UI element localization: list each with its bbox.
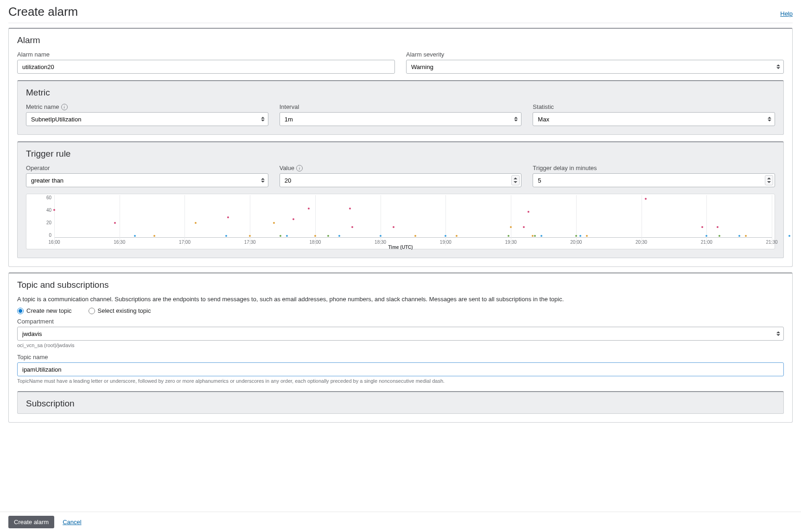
topic-panel: Topic and subscriptions A topic is a com…: [8, 272, 793, 423]
chart-data-point: [575, 235, 577, 237]
chart-data-point: [292, 218, 294, 220]
chart-x-tick: 20:30: [636, 240, 647, 245]
interval-label: Interval: [280, 103, 522, 110]
info-icon[interactable]: i: [296, 165, 303, 171]
chart-y-tick: 40: [26, 208, 51, 213]
select-topic-radio[interactable]: [89, 308, 95, 314]
select-topic-label: Select existing topic: [98, 307, 151, 314]
select-topic-radio-item[interactable]: Select existing topic: [89, 307, 151, 314]
chart-data-point: [308, 208, 310, 209]
create-topic-label: Create new topic: [26, 307, 72, 314]
chart-x-tick: 21:00: [701, 240, 712, 245]
chart-gridline: [511, 195, 511, 246]
chart-y-tick: 60: [26, 195, 51, 200]
statistic-select[interactable]: [533, 112, 775, 126]
metric-name-select[interactable]: [26, 112, 268, 126]
compartment-select[interactable]: [17, 327, 784, 341]
chart-x-tick: 20:00: [570, 240, 582, 245]
header-divider: [8, 23, 793, 23]
chart-data-point: [114, 222, 116, 224]
chart-data-point: [349, 208, 351, 209]
statistic-label: Statistic: [533, 103, 775, 110]
chart-data-point: [745, 235, 747, 237]
alarm-severity-select[interactable]: [406, 60, 784, 74]
chart-y-tick: 20: [26, 220, 51, 225]
chart-data-point: [338, 235, 340, 237]
subscription-section-title: Subscription: [26, 399, 775, 409]
alarm-name-label: Alarm name: [17, 51, 395, 58]
metric-chart: 6040200 16:0016:3017:0017:3018:0018:3019…: [26, 194, 775, 249]
metric-panel: Metric Metric name i: [17, 80, 784, 135]
metric-section-title: Metric: [26, 88, 775, 98]
chart-x-tick: 16:00: [48, 240, 60, 245]
chart-data-point: [534, 235, 536, 237]
chart-data-point: [393, 226, 394, 228]
chart-data-point: [523, 226, 525, 228]
topic-name-input[interactable]: [17, 362, 784, 376]
info-icon[interactable]: i: [61, 104, 68, 110]
topic-section-title: Topic and subscriptions: [17, 280, 784, 290]
chart-data-point: [414, 235, 416, 237]
chart-data-point: [586, 235, 588, 237]
operator-label: Operator: [26, 165, 268, 171]
page-title: Create alarm: [8, 5, 78, 19]
chart-data-point: [579, 235, 581, 237]
chart-x-label: Time (UTC): [388, 245, 413, 250]
chart-data-point: [195, 222, 197, 224]
chart-x-tick: 18:30: [375, 240, 386, 245]
chart-x-tick: 17:00: [179, 240, 191, 245]
chart-gridline: [706, 195, 707, 246]
chart-data-point: [706, 235, 707, 237]
chart-data-point: [645, 198, 647, 200]
chart-data-point: [273, 222, 275, 224]
chart-data-point: [380, 235, 381, 237]
chart-gridline: [772, 195, 772, 246]
chart-data-point: [227, 216, 229, 218]
chart-data-point: [314, 235, 316, 237]
chart-data-point: [445, 235, 446, 237]
chart-y-axis: 6040200: [26, 195, 54, 238]
help-link[interactable]: Help: [780, 10, 793, 17]
chart-data-point: [717, 226, 718, 228]
chart-data-point: [528, 211, 529, 213]
chart-data-point: [327, 235, 329, 237]
alarm-name-input[interactable]: [17, 60, 395, 74]
trigger-section-title: Trigger rule: [26, 149, 775, 159]
topic-description: A topic is a communication channel. Subs…: [17, 296, 784, 303]
chart-data-point: [510, 226, 512, 228]
chart-x-tick: 18:00: [309, 240, 321, 245]
chart-data-point: [718, 235, 720, 237]
chart-x-tick: 17:30: [244, 240, 256, 245]
value-label: Value i: [280, 165, 522, 171]
chart-data-point: [532, 235, 534, 237]
chart-data-point: [225, 235, 227, 237]
chart-data-point: [249, 235, 251, 237]
trigger-panel: Trigger rule Operator Value: [17, 141, 784, 258]
chart-data-point: [153, 235, 155, 237]
value-input[interactable]: [280, 173, 522, 187]
interval-select[interactable]: [280, 112, 522, 126]
chart-data-point: [540, 235, 542, 237]
create-topic-radio-item[interactable]: Create new topic: [17, 307, 72, 314]
create-topic-radio[interactable]: [17, 308, 24, 314]
chart-gridline: [250, 195, 250, 246]
compartment-path: oci_vcn_sa (root)/jwdavis: [17, 342, 784, 348]
chart-data-point: [788, 235, 790, 237]
chart-data-point: [134, 235, 136, 237]
chart-x-tick: 16:30: [114, 240, 125, 245]
topic-name-help: TopicName must have a leading letter or …: [17, 378, 784, 384]
delay-input[interactable]: [533, 173, 775, 187]
chart-y-tick: 0: [26, 233, 51, 238]
operator-select[interactable]: [26, 173, 268, 187]
chart-x-tick: 19:30: [505, 240, 517, 245]
chart-data-point: [280, 235, 281, 237]
chart-data-point: [701, 226, 703, 228]
alarm-severity-label: Alarm severity: [406, 51, 784, 58]
chart-gridline: [445, 195, 446, 246]
chart-gridline: [54, 195, 55, 246]
compartment-label: Compartment: [17, 318, 784, 325]
chart-gridline: [642, 195, 642, 246]
alarm-section-title: Alarm: [17, 35, 784, 45]
chart-data-point: [286, 235, 288, 237]
chart-gridline: [576, 195, 577, 246]
